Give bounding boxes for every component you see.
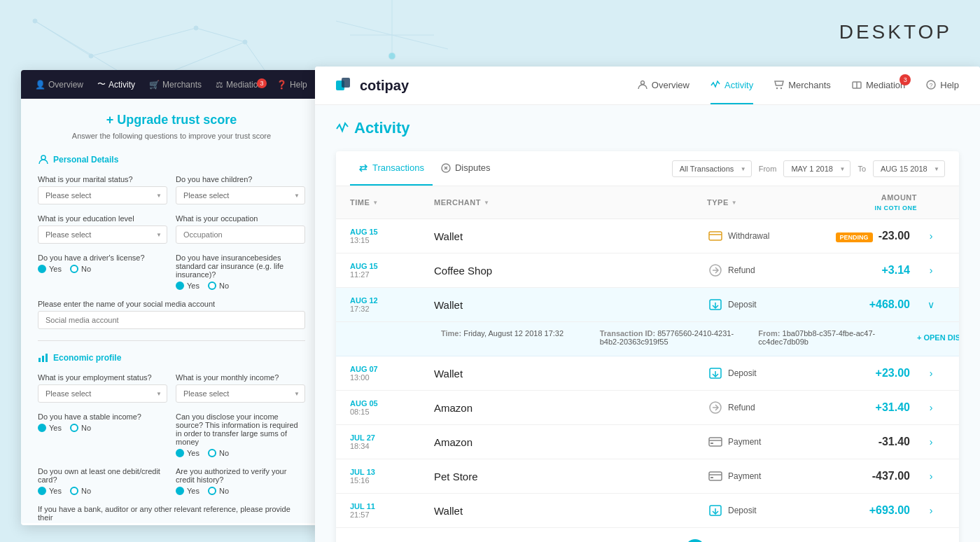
merchant-cell: Amazon bbox=[434, 402, 570, 414]
left-content: + Upgrade trust score Answer the followi… bbox=[21, 99, 322, 523]
mediation-nav-badge: 3 bbox=[899, 74, 911, 85]
employment-select[interactable]: Please select bbox=[38, 384, 167, 403]
income-source-no[interactable]: No bbox=[208, 449, 229, 457]
page-3-button[interactable]: 3 bbox=[638, 539, 657, 542]
svg-line-17 bbox=[392, 35, 448, 49]
svg-rect-44 bbox=[710, 443, 713, 444]
filter-to-select[interactable]: AUG 15 2018 bbox=[873, 160, 945, 177]
filter-from-select[interactable]: MAY 1 2018 bbox=[783, 160, 850, 177]
debit-card-no[interactable]: No bbox=[70, 487, 91, 495]
left-nav-item-mediation[interactable]: ⚖ Mediation 3 bbox=[216, 80, 262, 90]
insurance-yes[interactable]: Yes bbox=[176, 282, 200, 290]
right-nav-activity[interactable]: Activity bbox=[710, 67, 753, 104]
open-dispute-button[interactable]: + OPEN DISPUTE bbox=[917, 329, 945, 346]
page-4-button[interactable]: 4 bbox=[662, 539, 681, 542]
right-nav-overview[interactable]: Overview bbox=[638, 67, 690, 104]
th-amount[interactable]: AMOUNT IN COTI One bbox=[805, 193, 917, 211]
form-row-4: What is your employment status? Please s… bbox=[38, 373, 305, 403]
chart-icon bbox=[38, 352, 49, 363]
left-nav-item-activity[interactable]: 〜 Activity bbox=[97, 78, 135, 90]
monthly-income-group: What is your monthly income? Please sele… bbox=[176, 373, 305, 403]
education-group: What is your education level Please sele… bbox=[38, 214, 167, 244]
table-row[interactable]: JUL 13 15:16 Pet Store Payment -437.00 › bbox=[336, 459, 959, 494]
education-select[interactable]: Please select bbox=[38, 225, 167, 244]
help-nav-icon: ? bbox=[926, 80, 936, 90]
type-cell: Deposit bbox=[707, 365, 805, 382]
table-row[interactable]: AUG 07 13:00 Wallet Deposit +23.00 › bbox=[336, 356, 959, 391]
table-row[interactable]: AUG 15 11:27 Coffee Shop Refund +3.14 › bbox=[336, 253, 959, 288]
insurance-group: Do you have insurancebesides standard ca… bbox=[176, 253, 305, 290]
page-1-button[interactable]: 1 bbox=[590, 539, 610, 542]
svg-rect-23 bbox=[342, 78, 350, 88]
credit-history-no[interactable]: No bbox=[208, 487, 229, 495]
form-row-6: Do you own at least one debit/credit car… bbox=[38, 467, 305, 495]
chevron-cell: › bbox=[917, 471, 945, 482]
stable-income-yes[interactable]: Yes bbox=[38, 424, 62, 432]
amount-cell: +693.00 bbox=[805, 504, 917, 517]
bank-references-group: If you have a bank, auditor or any other… bbox=[38, 505, 305, 522]
left-nav-item-help[interactable]: ❓ Help bbox=[276, 80, 307, 90]
children-select[interactable]: Please select bbox=[176, 186, 305, 204]
insurance-no[interactable]: No bbox=[208, 282, 229, 290]
radio-dot-is-yes bbox=[176, 449, 184, 457]
upgrade-subtitle: Answer the following questions to improv… bbox=[38, 132, 305, 140]
filter-group: All Transactions From MAY 1 2018 To AUG … bbox=[672, 160, 945, 177]
transactions-table: AUG 15 13:15 Wallet Withdrawal PENDING-2… bbox=[336, 219, 959, 528]
payment-icon bbox=[707, 433, 724, 450]
right-nav-mediation[interactable]: Mediation 3 bbox=[852, 67, 905, 104]
desktop-label: DESKTOP bbox=[839, 21, 952, 43]
withdrawal-icon bbox=[707, 228, 724, 244]
payment-icon bbox=[707, 468, 724, 485]
chevron-cell: › bbox=[917, 230, 945, 242]
stable-income-no[interactable]: No bbox=[70, 424, 91, 432]
table-row[interactable]: JUL 27 18:34 Amazon Payment -31.40 › bbox=[336, 425, 959, 459]
occupation-input[interactable] bbox=[176, 225, 305, 244]
right-nav-items: Overview Activity Merchants Mediation 3 … bbox=[638, 67, 959, 104]
tab-disputes[interactable]: Disputes bbox=[433, 151, 499, 186]
svg-rect-19 bbox=[38, 358, 41, 362]
form-row-1: What is your marital status? Please sele… bbox=[38, 175, 305, 204]
th-empty bbox=[570, 193, 707, 211]
type-cell: Deposit bbox=[707, 502, 805, 519]
time-cell: JUL 27 18:34 bbox=[350, 433, 434, 450]
marital-status-select[interactable]: Please select bbox=[38, 186, 167, 204]
monthly-income-select[interactable]: Please select bbox=[176, 384, 305, 403]
credit-history-yes[interactable]: Yes bbox=[176, 487, 200, 495]
page-2-button[interactable]: 2 bbox=[614, 539, 634, 542]
tab-transactions[interactable]: Transactions bbox=[350, 151, 433, 186]
pending-badge: PENDING bbox=[836, 232, 873, 242]
radio-dot-dc-yes bbox=[38, 487, 46, 495]
th-type[interactable]: TYPE ▼ bbox=[707, 193, 805, 211]
th-time[interactable]: TIME ▼ bbox=[350, 193, 434, 211]
filter-type-select[interactable]: All Transactions bbox=[672, 160, 752, 177]
filter-to-label: To bbox=[858, 165, 866, 173]
drivers-license-no[interactable]: No bbox=[70, 265, 91, 273]
radio-dot-no bbox=[70, 265, 78, 273]
left-nav-item-merchants[interactable]: 🛒 Merchants bbox=[149, 80, 202, 90]
deposit-icon bbox=[707, 296, 724, 313]
chevron-cell: › bbox=[917, 505, 945, 516]
left-nav-item-overview[interactable]: 👤 Overview bbox=[35, 80, 83, 90]
radio-dot-is-no bbox=[208, 449, 216, 457]
drivers-license-radios: Yes No bbox=[38, 265, 167, 273]
debit-card-yes[interactable]: Yes bbox=[38, 487, 62, 495]
drivers-license-yes[interactable]: Yes bbox=[38, 265, 62, 273]
income-source-yes[interactable]: Yes bbox=[176, 449, 200, 457]
right-nav-merchants[interactable]: Merchants bbox=[774, 67, 831, 104]
th-merchant[interactable]: MERCHANT ▼ bbox=[434, 193, 570, 211]
radio-dot-si-no bbox=[70, 424, 78, 432]
activity-title-icon bbox=[336, 122, 349, 134]
occupation-label: What is your occupation bbox=[176, 214, 305, 223]
table-row[interactable]: AUG 15 13:15 Wallet Withdrawal PENDING-2… bbox=[336, 219, 959, 253]
insurance-label: Do you have insurancebesides standard ca… bbox=[176, 253, 305, 279]
form-row-5: Do you have a stable income? Yes No Can … bbox=[38, 412, 305, 457]
page-5-button[interactable]: 5 bbox=[685, 539, 705, 542]
svg-rect-42 bbox=[709, 438, 722, 446]
table-row-expanded[interactable]: AUG 12 17:32 Wallet Deposit +468.00 ∨ bbox=[336, 288, 959, 322]
social-media-input[interactable] bbox=[38, 311, 305, 329]
right-nav-help[interactable]: ? Help bbox=[926, 67, 959, 104]
table-row[interactable]: AUG 05 08:15 Amazon Refund +31.40 › bbox=[336, 391, 959, 425]
stable-income-group: Do you have a stable income? Yes No bbox=[38, 412, 167, 457]
table-row[interactable]: JUL 11 21:57 Wallet Deposit +693.00 › bbox=[336, 494, 959, 528]
expanded-detail-row: Time: Friday, August 12 2018 17:32 Trans… bbox=[336, 322, 959, 356]
